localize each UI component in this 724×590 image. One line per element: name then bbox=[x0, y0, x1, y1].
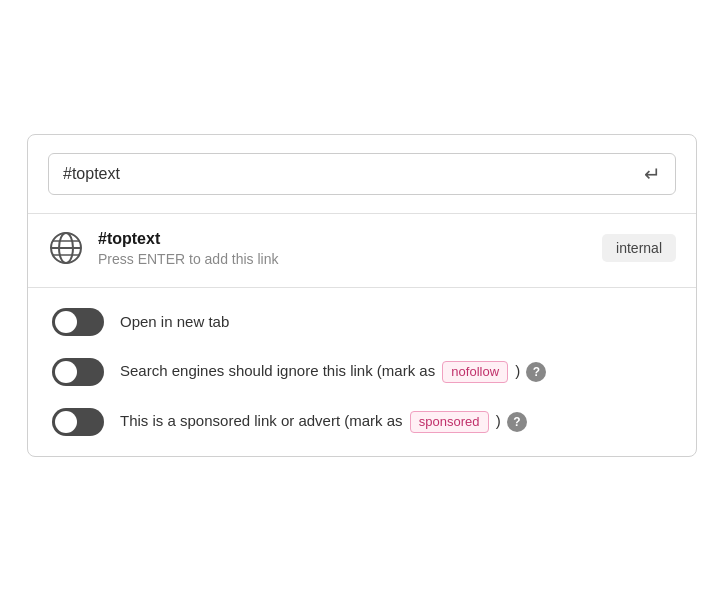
suggestion-section: #toptext Press ENTER to add this link in… bbox=[28, 214, 696, 288]
option-row-nofollow: Search engines should ignore this link (… bbox=[52, 358, 672, 386]
sponsored-help-icon[interactable]: ? bbox=[507, 412, 527, 432]
nofollow-help-icon[interactable]: ? bbox=[526, 362, 546, 382]
nofollow-badge: nofollow bbox=[442, 361, 508, 383]
nofollow-toggle[interactable] bbox=[52, 358, 104, 386]
suggestion-hint: Press ENTER to add this link bbox=[98, 251, 588, 267]
enter-icon: ↵ bbox=[644, 164, 661, 184]
options-section: Open in new tab Search engines should ig… bbox=[28, 288, 696, 456]
search-input-wrapper: ↵ bbox=[48, 153, 676, 195]
new-tab-label: Open in new tab bbox=[120, 311, 672, 332]
option-row-sponsored: This is a sponsored link or advert (mark… bbox=[52, 408, 672, 436]
internal-badge: internal bbox=[602, 234, 676, 262]
globe-icon bbox=[48, 230, 84, 266]
search-section: ↵ bbox=[28, 135, 696, 214]
nofollow-label-suffix: ) bbox=[515, 362, 520, 379]
suggestion-text: #toptext Press ENTER to add this link bbox=[98, 230, 588, 267]
option-row-new-tab: Open in new tab bbox=[52, 308, 672, 336]
sponsored-toggle[interactable] bbox=[52, 408, 104, 436]
sponsored-label-prefix: This is a sponsored link or advert (mark… bbox=[120, 412, 403, 429]
sponsored-label: This is a sponsored link or advert (mark… bbox=[120, 410, 672, 433]
sponsored-label-suffix: ) bbox=[496, 412, 501, 429]
search-input[interactable] bbox=[63, 165, 644, 183]
nofollow-label-prefix: Search engines should ignore this link (… bbox=[120, 362, 435, 379]
sponsored-badge: sponsored bbox=[410, 411, 489, 433]
link-editor-card: ↵ #toptext Press ENTER to add this link … bbox=[27, 134, 697, 457]
new-tab-toggle[interactable] bbox=[52, 308, 104, 336]
suggestion-title: #toptext bbox=[98, 230, 588, 248]
nofollow-label: Search engines should ignore this link (… bbox=[120, 360, 672, 383]
